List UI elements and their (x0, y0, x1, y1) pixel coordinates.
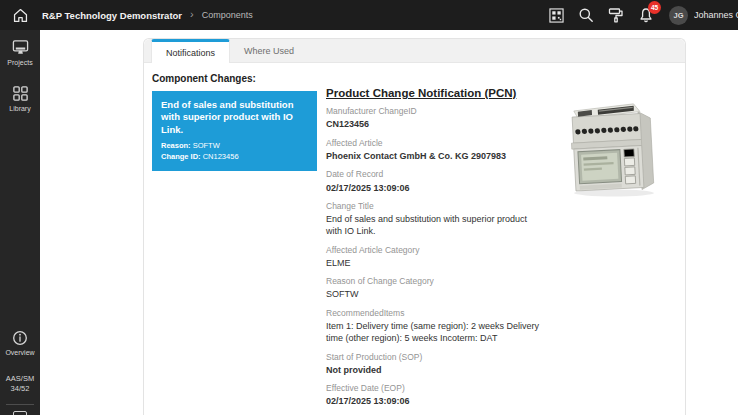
component-change-card[interactable]: End of sales and substitution with super… (152, 91, 317, 171)
search-button[interactable] (571, 0, 601, 30)
breadcrumb-page[interactable]: Components (202, 10, 253, 20)
qr-scan-button[interactable] (541, 0, 571, 30)
tab-bar: Notifications Where Used (144, 39, 685, 63)
pcn-field-reason-of-change-category: Reason of Change Category SOFTW (326, 276, 544, 301)
change-card-reason: Reason: SOFTW (161, 140, 308, 151)
search-icon (578, 7, 594, 23)
section-title: Component Changes: (152, 73, 256, 84)
info-icon (12, 330, 28, 346)
header-actions: 45 JG Johannes G (541, 0, 738, 30)
breadcrumb-separator-icon: › (190, 9, 194, 20)
change-card-change-id: Change ID: CN123456 (161, 151, 308, 162)
pcn-field-manufacturer-changeid: Manufacturer ChangeID CN123456 (326, 106, 544, 131)
product-image (568, 87, 664, 199)
change-card-title: End of sales and substitution with super… (161, 99, 308, 136)
home-icon (12, 7, 29, 24)
pcn-field-recommended-items: RecommendedItems Item 1: Delivery time (… (326, 308, 544, 344)
sidebar-item-label: Projects (7, 59, 32, 68)
left-sidebar: Projects Library Overview AAS/S (0, 30, 40, 415)
aas-sm-counter: AAS/SM 34/52 (6, 366, 34, 404)
sidebar-item-projects[interactable]: Projects (0, 30, 40, 76)
home-button[interactable] (0, 0, 40, 30)
pcn-field-affected-article: Affected Article Phoenix Contact GmbH & … (326, 138, 544, 163)
app-title[interactable]: R&P Technology Demonstrator (42, 10, 182, 21)
tab-notifications[interactable]: Notifications (151, 39, 230, 63)
pcn-field-start-of-production: Start of Production (SOP) Not provided (326, 352, 544, 377)
pcn-field-effective-date: Effective Date (EOP) 02/17/2025 13:09:06 (326, 383, 544, 408)
notification-count-badge: 45 (648, 1, 661, 14)
avatar[interactable]: JG (669, 6, 688, 25)
paint-roller-icon (608, 7, 624, 23)
library-grid-icon (12, 85, 29, 102)
sidebar-item-label: Overview (5, 349, 34, 358)
user-name[interactable]: Johannes G (694, 10, 738, 20)
sidebar-item-overview[interactable]: Overview (0, 321, 40, 366)
notifications-button[interactable]: 45 (631, 0, 661, 30)
pcn-field-change-title: Change Title End of sales and substituti… (326, 201, 544, 237)
qr-code-icon (549, 8, 564, 23)
main-panel: Notifications Where Used Component Chang… (143, 38, 686, 415)
tab-where-used[interactable]: Where Used (230, 39, 308, 62)
sidebar-item-library[interactable]: Library (0, 76, 40, 122)
breadcrumb: R&P Technology Demonstrator › Components (42, 10, 253, 21)
pcn-field-affected-article-category: Affected Article Category ELME (326, 245, 544, 270)
sidebar-partial-icon[interactable] (13, 411, 27, 415)
pcn-details: Product Change Notification (PCN) Manufa… (326, 87, 544, 415)
sidebar-bottom: Overview AAS/SM 34/52 (0, 321, 40, 415)
sidebar-divider (6, 404, 34, 405)
pcn-title: Product Change Notification (PCN) (326, 87, 544, 99)
paint-roller-button[interactable] (601, 0, 631, 30)
sidebar-item-label: Library (9, 105, 30, 114)
top-header: R&P Technology Demonstrator › Components (0, 0, 738, 30)
panel-body: Component Changes: End of sales and subs… (144, 63, 685, 415)
projects-monitor-icon (11, 39, 30, 56)
pcn-field-date-of-record: Date of Record 02/17/2025 13:09:06 (326, 169, 544, 194)
